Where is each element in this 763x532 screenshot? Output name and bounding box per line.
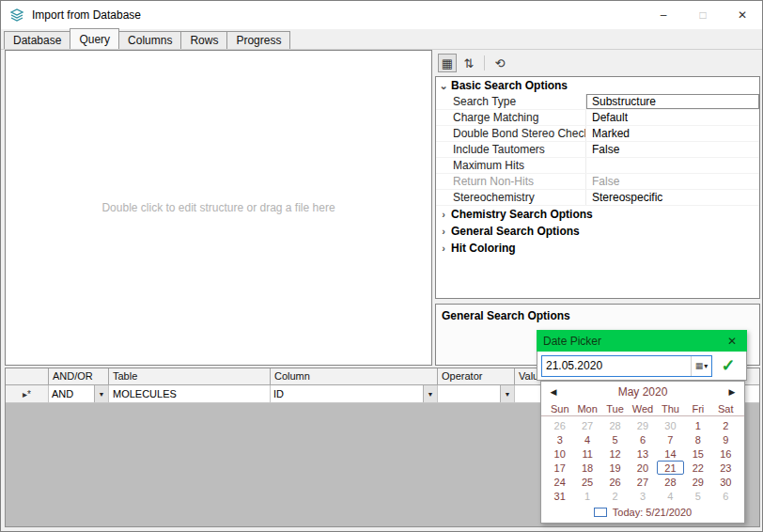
chevron-expanded-icon[interactable]: ⌄ — [436, 80, 451, 92]
property-value[interactable] — [586, 158, 759, 173]
calendar-day[interactable]: 23 — [712, 461, 740, 475]
property-value[interactable]: Marked — [586, 126, 759, 141]
column-cell[interactable]: ID ▼ — [271, 385, 438, 403]
calendar-day[interactable]: 26 — [546, 418, 573, 432]
calendar-day[interactable]: 4 — [657, 489, 684, 503]
combo-arrow-icon[interactable]: ▼ — [500, 385, 514, 402]
row-indicator[interactable]: ▸* — [6, 385, 49, 403]
andor-combo[interactable]: AND ▼ — [49, 385, 108, 402]
property-row[interactable]: Return Non-HitsFalse — [436, 174, 759, 190]
calendar-day[interactable]: 7 — [657, 432, 684, 446]
tab-query[interactable]: Query — [70, 28, 119, 49]
calendar-day[interactable]: 16 — [712, 446, 740, 461]
calendar-day[interactable]: 3 — [629, 489, 656, 503]
structure-editor[interactable]: Double click to edit structure or drag a… — [5, 50, 432, 366]
calendar-month-label[interactable]: May 2020 — [541, 385, 744, 399]
next-month-icon[interactable]: ▶ — [724, 382, 740, 401]
property-value[interactable]: Stereospecific — [586, 190, 759, 205]
tab-database[interactable]: Database — [4, 31, 70, 49]
calendar-day[interactable]: 9 — [712, 432, 740, 446]
calendar-day[interactable]: 22 — [684, 461, 711, 475]
property-value[interactable]: False — [586, 174, 759, 189]
calendar-day[interactable]: 6 — [712, 489, 740, 503]
calendar-day[interactable]: 21 — [657, 461, 684, 475]
chevron-collapsed-icon[interactable]: › — [436, 226, 451, 237]
maximize-button[interactable]: □ — [683, 1, 723, 29]
calendar-day[interactable]: 6 — [629, 432, 656, 446]
property-row[interactable]: Double Bond Stereo CheckMarked — [436, 126, 759, 142]
calendar-day[interactable]: 1 — [684, 418, 711, 432]
calendar-day[interactable]: 14 — [657, 446, 684, 461]
calendar-day[interactable]: 5 — [684, 489, 711, 503]
calendar-day[interactable]: 26 — [601, 475, 629, 489]
calendar-day[interactable]: 2 — [601, 489, 629, 503]
property-category[interactable]: ›Hit Coloring — [436, 240, 759, 257]
confirm-check-button[interactable]: ✓ — [716, 354, 740, 377]
property-row[interactable]: StereochemistryStereospecific — [436, 190, 759, 206]
calendar-today-row[interactable]: Today: 5/21/2020 — [541, 503, 744, 521]
property-row[interactable]: Search TypeSubstructure — [436, 94, 759, 110]
property-category[interactable]: ⌄Basic Search Options — [436, 77, 759, 94]
calendar-day[interactable]: 12 — [601, 446, 629, 461]
calendar-day[interactable]: 31 — [546, 489, 573, 503]
reset-icon[interactable]: ⟲ — [490, 54, 509, 72]
chevron-collapsed-icon[interactable]: › — [436, 243, 451, 254]
calendar-day[interactable]: 15 — [684, 446, 711, 461]
calendar-day[interactable]: 17 — [546, 461, 573, 475]
property-value[interactable]: Substructure — [586, 94, 759, 109]
operator-combo[interactable]: ▼ — [438, 385, 514, 402]
header-operator[interactable]: Operator — [438, 368, 515, 385]
calendar-dropdown-button[interactable]: ▦ ▾ — [691, 356, 711, 376]
column-combo[interactable]: ID ▼ — [271, 385, 437, 402]
calendar-day[interactable]: 29 — [629, 418, 656, 432]
calendar-day[interactable]: 30 — [657, 418, 684, 432]
date-picker-close-icon[interactable]: ✕ — [724, 335, 740, 348]
calendar-day[interactable]: 28 — [601, 418, 629, 432]
date-picker-titlebar[interactable]: Date Picker ✕ — [537, 330, 747, 352]
calendar-day[interactable]: 27 — [629, 475, 656, 489]
close-button[interactable]: ✕ — [723, 1, 762, 29]
property-row[interactable]: Maximum Hits — [436, 158, 759, 174]
calendar-day[interactable]: 8 — [684, 432, 711, 446]
prev-month-icon[interactable]: ◀ — [545, 382, 562, 401]
andor-cell[interactable]: AND ▼ — [49, 385, 109, 403]
tab-columns[interactable]: Columns — [118, 31, 181, 49]
calendar-day[interactable]: 4 — [573, 432, 600, 446]
calendar-day[interactable]: 25 — [573, 475, 600, 489]
property-value[interactable]: Default — [586, 110, 759, 125]
property-category[interactable]: ›General Search Options — [436, 223, 759, 240]
calendar-day[interactable]: 13 — [629, 446, 656, 461]
calendar-day[interactable]: 28 — [657, 475, 684, 489]
chevron-collapsed-icon[interactable]: › — [436, 209, 451, 220]
combo-arrow-icon[interactable]: ▼ — [423, 385, 437, 402]
property-value[interactable]: False — [586, 142, 759, 157]
minimize-button[interactable]: – — [644, 1, 683, 29]
sort-alphabetical-icon[interactable]: ⇅ — [459, 54, 478, 72]
calendar-day[interactable]: 1 — [573, 489, 600, 503]
calendar-day[interactable]: 2 — [712, 418, 740, 432]
combo-arrow-icon[interactable]: ▼ — [94, 385, 108, 402]
property-row[interactable]: Include TautomersFalse — [436, 142, 759, 158]
calendar-day[interactable]: 5 — [601, 432, 629, 446]
calendar-day[interactable]: 18 — [573, 461, 600, 475]
calendar-day[interactable]: 30 — [712, 475, 740, 489]
operator-cell[interactable]: ▼ — [438, 385, 515, 403]
calendar-day[interactable]: 19 — [601, 461, 629, 475]
table-cell[interactable]: MOLECULES — [109, 385, 271, 403]
categorized-view-icon[interactable]: ▦ — [438, 54, 457, 72]
calendar-day[interactable]: 10 — [546, 446, 573, 461]
date-input[interactable]: 21.05.2020 ▦ ▾ — [541, 355, 712, 377]
calendar-day[interactable]: 24 — [546, 475, 573, 489]
header-table[interactable]: Table — [109, 368, 271, 385]
calendar-day[interactable]: 11 — [573, 446, 600, 461]
calendar-day[interactable]: 20 — [629, 461, 656, 475]
tab-rows[interactable]: Rows — [180, 31, 227, 49]
property-category[interactable]: ›Chemistry Search Options — [436, 206, 759, 223]
calendar-day[interactable]: 27 — [573, 418, 600, 432]
calendar-day[interactable]: 29 — [684, 475, 711, 489]
calendar-day[interactable]: 3 — [546, 432, 573, 446]
header-column[interactable]: Column — [271, 368, 438, 385]
header-andor[interactable]: AND/OR — [49, 368, 109, 385]
property-row[interactable]: Charge MatchingDefault — [436, 110, 759, 126]
tab-progress[interactable]: Progress — [226, 31, 290, 49]
